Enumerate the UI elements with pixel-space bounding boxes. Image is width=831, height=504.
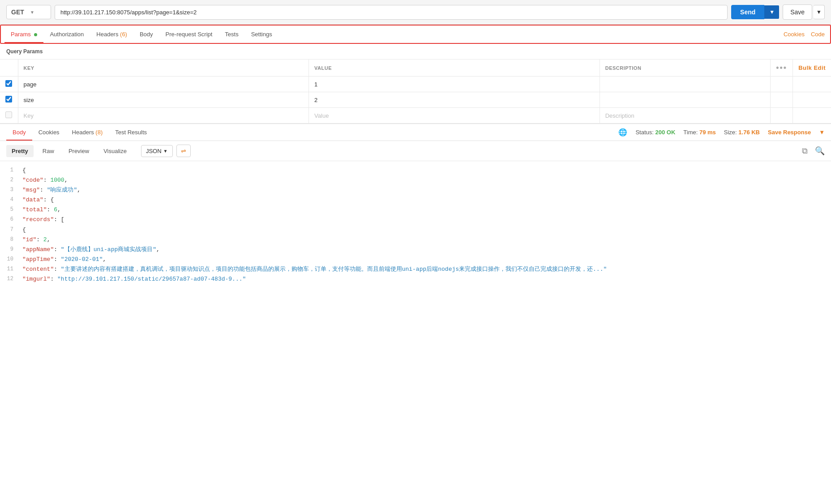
resp-tab-body-label: Body [13, 129, 26, 136]
tab-tests[interactable]: Tests [218, 26, 244, 43]
json-token: "data" [22, 196, 43, 203]
line-number: 7 [6, 225, 22, 235]
line-content: "content": "主要讲述的内容有搭建搭建，真机调试，项目驱动知识点，项目… [22, 265, 607, 274]
json-line: 5 "total": 6, [0, 205, 831, 215]
line-content: "code": 1000, [22, 175, 68, 185]
row1-description[interactable] [600, 77, 770, 92]
json-token: 2 [43, 236, 47, 243]
json-token: : [47, 206, 54, 213]
json-token: "【小鹿线】uni-app商城实战项目" [61, 246, 156, 253]
resp-tab-body[interactable]: Body [6, 124, 32, 141]
json-select-chevron: ▼ [163, 149, 168, 154]
empty-description[interactable]: Description [600, 108, 770, 124]
send-dropdown-button[interactable]: ▼ [764, 5, 779, 19]
json-viewer[interactable]: 1{2 "code": 1000,3 "msg": "响应成功",4 "data… [0, 161, 831, 313]
code-link[interactable]: Code [811, 31, 825, 38]
response-tabs-row: Body Cookies Headers (8) Test Results 🌐 … [0, 124, 831, 141]
fmt-tab-preview-label: Preview [69, 148, 89, 154]
resp-tab-cookies-label: Cookies [39, 129, 60, 136]
table-row: page 1 [0, 77, 831, 92]
json-line: 6 "records": [ [0, 215, 831, 225]
empty-key[interactable]: Key [18, 108, 309, 124]
url-input[interactable] [55, 5, 728, 20]
json-token: : [36, 236, 43, 243]
tab-headers[interactable]: Headers (6) [90, 26, 133, 43]
resp-tab-testresults[interactable]: Test Results [109, 124, 153, 141]
right-links: Cookies Code [784, 31, 827, 38]
fmt-tab-preview[interactable]: Preview [63, 145, 94, 157]
json-format-label: JSON [146, 148, 162, 154]
fmt-tab-visualize[interactable]: Visualize [98, 145, 132, 157]
json-token: "code" [22, 177, 43, 184]
send-main-button[interactable]: Send [731, 5, 764, 19]
row2-key[interactable]: size [18, 92, 309, 108]
empty-checkbox[interactable] [5, 111, 12, 118]
fmt-tab-pretty[interactable]: Pretty [6, 145, 34, 157]
row1-value[interactable]: 1 [309, 77, 600, 92]
line-number: 5 [6, 205, 22, 215]
line-number: 11 [6, 265, 22, 274]
json-line: 9 "appName": "【小鹿线】uni-app商城实战项目", [0, 245, 831, 255]
row1-checkbox[interactable] [5, 80, 12, 87]
line-number: 4 [6, 195, 22, 205]
row2-description[interactable] [600, 92, 770, 108]
empty-value[interactable]: Value [309, 108, 600, 124]
save-response-button[interactable]: Save Response [768, 129, 811, 136]
json-token: : [54, 246, 61, 253]
status-value: 200 OK [655, 129, 675, 136]
format-bar: Pretty Raw Preview Visualize JSON ▼ ⇌ ⧉ … [0, 141, 831, 161]
row2-checkbox-cell [0, 92, 18, 108]
save-button[interactable]: Save [783, 4, 812, 20]
row2-checkbox[interactable] [5, 96, 12, 103]
json-token: : [40, 187, 47, 193]
line-number: 1 [6, 166, 22, 175]
save-response-arrow[interactable]: ▼ [819, 129, 825, 136]
line-number: 8 [6, 235, 22, 245]
method-select[interactable]: GET ▼ [6, 5, 51, 19]
wrap-icon: ⇌ [181, 147, 186, 154]
json-token: , [77, 187, 81, 193]
tab-tests-label: Tests [225, 31, 238, 38]
resp-tab-headers[interactable]: Headers (8) [66, 124, 109, 141]
globe-icon: 🌐 [618, 128, 627, 137]
line-content: "msg": "响应成功", [22, 185, 81, 195]
wrap-button[interactable]: ⇌ [176, 145, 191, 157]
search-icon[interactable]: 🔍 [815, 146, 825, 156]
tab-prerequest[interactable]: Pre-request Script [159, 26, 219, 43]
line-content: "id": 2, [22, 235, 50, 245]
line-number: 2 [6, 175, 22, 185]
fmt-tab-raw-label: Raw [43, 148, 54, 154]
json-line: 3 "msg": "响应成功", [0, 185, 831, 195]
fmt-tab-raw[interactable]: Raw [37, 145, 60, 157]
json-line: 1{ [0, 166, 831, 175]
line-content: "appTime": "2020-02-01", [22, 255, 106, 265]
save-dropdown-button[interactable]: ▼ [814, 5, 825, 19]
row2-value[interactable]: 2 [309, 92, 600, 108]
copy-icon[interactable]: ⧉ [802, 146, 808, 156]
tab-body[interactable]: Body [133, 26, 159, 43]
row1-key[interactable]: page [18, 77, 309, 92]
bulk-edit-link[interactable]: Bulk Edit [798, 64, 826, 71]
tab-authorization[interactable]: Authorization [43, 26, 90, 43]
json-format-select[interactable]: JSON ▼ [141, 145, 173, 157]
json-token: , [57, 206, 61, 213]
json-line: 12 "imgurl": "http://39.101.217.150/stat… [0, 274, 831, 284]
bulk-edit-dots[interactable]: ••• [776, 63, 787, 72]
tab-headers-label: Headers [96, 31, 120, 38]
send-button-group: Send ▼ [731, 5, 779, 19]
tab-settings[interactable]: Settings [245, 26, 278, 43]
tab-body-label: Body [140, 31, 153, 38]
json-token: "http://39.101.217.150/static/29657a87-a… [57, 276, 246, 282]
cookies-link[interactable]: Cookies [784, 31, 805, 38]
tab-params[interactable]: Params [4, 26, 43, 43]
status-label: Status: 200 OK [635, 129, 675, 136]
json-line: 11 "content": "主要讲述的内容有搭建搭建，真机调试，项目驱动知识点… [0, 265, 831, 274]
line-content: "total": 6, [22, 205, 61, 215]
json-token: 1000 [50, 177, 64, 184]
line-number: 10 [6, 255, 22, 265]
resp-tab-testresults-label: Test Results [115, 129, 147, 136]
resp-tab-cookies[interactable]: Cookies [32, 124, 66, 141]
col-checkbox [0, 60, 18, 77]
line-content: "appName": "【小鹿线】uni-app商城实战项目", [22, 245, 160, 255]
time-label: Time: 79 ms [683, 129, 716, 136]
